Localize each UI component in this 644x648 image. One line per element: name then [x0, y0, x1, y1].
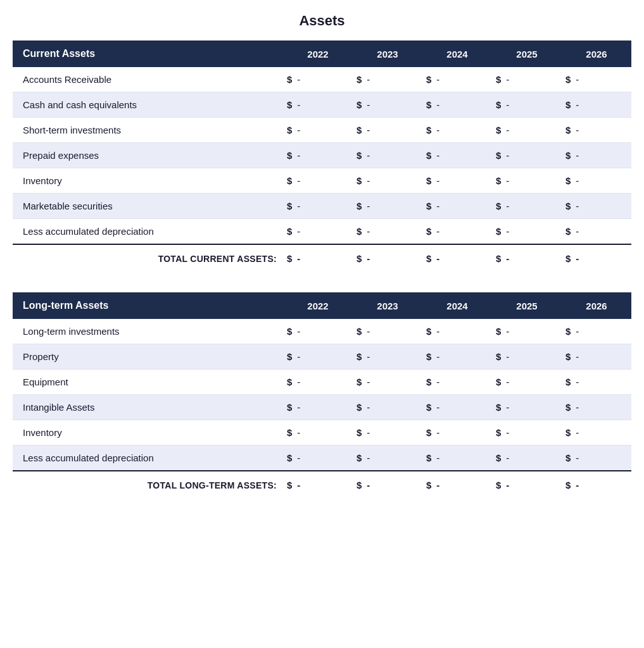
long-term-assets-row0-col0: $- [283, 319, 353, 344]
current-assets-row2-col0: $- [283, 118, 353, 143]
current-assets-year-2024: 2024 [422, 40, 492, 67]
current-assets-row3-col2: $- [422, 143, 492, 168]
row-label: Inventory [13, 420, 283, 446]
current-assets-year-2023: 2023 [353, 40, 422, 67]
current-assets-row1-col0: $- [283, 92, 353, 118]
long-term-assets-row1-col0: $- [283, 344, 353, 370]
row-label: Accounts Receivable [13, 67, 283, 92]
table-row: Less accumulated depreciation$-$-$-$-$- [13, 219, 631, 245]
current-assets-total-2025: $ - [492, 244, 562, 272]
current-assets-row2-col4: $- [562, 118, 631, 143]
current-assets-row6-col1: $- [353, 219, 422, 245]
current-assets-section: Current Assets 2022 2023 2024 2025 2026 … [13, 40, 631, 272]
current-assets-row6-col2: $- [422, 219, 492, 245]
row-label: Property [13, 344, 283, 370]
long-term-assets-year-2022: 2022 [283, 292, 353, 319]
current-assets-row2-col2: $- [422, 118, 492, 143]
row-label: Cash and cash equivalents [13, 92, 283, 118]
long-term-assets-section: Long-term Assets 2022 2023 2024 2025 202… [13, 292, 631, 499]
long-term-assets-row5-col1: $- [353, 446, 422, 471]
long-term-assets-total-2022: $ - [283, 471, 353, 499]
row-label: Marketable securities [13, 194, 283, 219]
long-term-assets-row1-col1: $- [353, 344, 422, 370]
long-term-assets-row3-col4: $- [562, 395, 631, 420]
current-assets-row5-col2: $- [422, 194, 492, 219]
long-term-assets-total-2025: $ - [492, 471, 562, 499]
current-assets-row4-col4: $- [562, 168, 631, 194]
long-term-assets-row0-col2: $- [422, 319, 492, 344]
long-term-assets-total-row: TOTAL LONG-TERM ASSETS: $ - $ - $ [13, 471, 631, 499]
long-term-assets-total-2026: $ - [562, 471, 631, 499]
page-title: Assets [13, 13, 631, 29]
row-label: Intangible Assets [13, 395, 283, 420]
long-term-assets-row3-col0: $- [283, 395, 353, 420]
long-term-assets-row0-col4: $- [562, 319, 631, 344]
table-row: Accounts Receivable$-$-$-$-$- [13, 67, 631, 92]
long-term-assets-row4-col4: $- [562, 420, 631, 446]
table-row: Less accumulated depreciation$-$-$-$-$- [13, 446, 631, 471]
current-assets-row1-col2: $- [422, 92, 492, 118]
current-assets-total-label: TOTAL CURRENT ASSETS: [13, 244, 283, 272]
table-row: Inventory$-$-$-$-$- [13, 420, 631, 446]
long-term-assets-total-2023: $ - [353, 471, 422, 499]
long-term-assets-row0-col3: $- [492, 319, 562, 344]
row-label: Prepaid expenses [13, 143, 283, 168]
current-assets-row0-col4: $- [562, 67, 631, 92]
long-term-assets-row2-col2: $- [422, 370, 492, 395]
long-term-assets-row0-col1: $- [353, 319, 422, 344]
current-assets-row2-col1: $- [353, 118, 422, 143]
current-assets-row5-col1: $- [353, 194, 422, 219]
long-term-assets-row5-col3: $- [492, 446, 562, 471]
current-assets-total-2026: $ - [562, 244, 631, 272]
long-term-assets-year-2025: 2025 [492, 292, 562, 319]
current-assets-row0-col0: $- [283, 67, 353, 92]
long-term-assets-row2-col1: $- [353, 370, 422, 395]
current-assets-row1-col3: $- [492, 92, 562, 118]
long-term-assets-total-label: TOTAL LONG-TERM ASSETS: [13, 471, 283, 499]
current-assets-year-2022: 2022 [283, 40, 353, 67]
long-term-assets-row2-col0: $- [283, 370, 353, 395]
long-term-assets-row3-col3: $- [492, 395, 562, 420]
row-label: Inventory [13, 168, 283, 194]
long-term-assets-row3-col2: $- [422, 395, 492, 420]
long-term-assets-row4-col1: $- [353, 420, 422, 446]
table-row: Property$-$-$-$-$- [13, 344, 631, 370]
current-assets-row3-col3: $- [492, 143, 562, 168]
current-assets-header: Current Assets [13, 40, 283, 67]
long-term-assets-row4-col3: $- [492, 420, 562, 446]
long-term-assets-year-2024: 2024 [422, 292, 492, 319]
row-label: Equipment [13, 370, 283, 395]
table-row: Equipment$-$-$-$-$- [13, 370, 631, 395]
long-term-assets-row5-col2: $- [422, 446, 492, 471]
current-assets-row0-col3: $- [492, 67, 562, 92]
table-row: Inventory$-$-$-$-$- [13, 168, 631, 194]
current-assets-total-row: TOTAL CURRENT ASSETS: $ - $ - $ [13, 244, 631, 272]
long-term-assets-row4-col2: $- [422, 420, 492, 446]
current-assets-row2-col3: $- [492, 118, 562, 143]
current-assets-row0-col1: $- [353, 67, 422, 92]
row-label: Short-term investments [13, 118, 283, 143]
long-term-assets-row2-col3: $- [492, 370, 562, 395]
current-assets-row3-col1: $- [353, 143, 422, 168]
current-assets-row4-col1: $- [353, 168, 422, 194]
current-assets-row4-col3: $- [492, 168, 562, 194]
current-assets-row5-col3: $- [492, 194, 562, 219]
current-assets-row6-col3: $- [492, 219, 562, 245]
long-term-assets-row5-col0: $- [283, 446, 353, 471]
current-assets-year-2026: 2026 [562, 40, 631, 67]
current-assets-row5-col0: $- [283, 194, 353, 219]
long-term-assets-year-2026: 2026 [562, 292, 631, 319]
current-assets-row0-col2: $- [422, 67, 492, 92]
current-assets-year-2025: 2025 [492, 40, 562, 67]
long-term-assets-row1-col4: $- [562, 344, 631, 370]
current-assets-total-2024: $ - [422, 244, 492, 272]
current-assets-row3-col4: $- [562, 143, 631, 168]
long-term-assets-year-2023: 2023 [353, 292, 422, 319]
current-assets-row1-col1: $- [353, 92, 422, 118]
long-term-assets-row4-col0: $- [283, 420, 353, 446]
row-label: Long-term investments [13, 319, 283, 344]
long-term-assets-header: Long-term Assets [13, 292, 283, 319]
table-row: Long-term investments$-$-$-$-$- [13, 319, 631, 344]
current-assets-row1-col4: $- [562, 92, 631, 118]
long-term-assets-row1-col3: $- [492, 344, 562, 370]
